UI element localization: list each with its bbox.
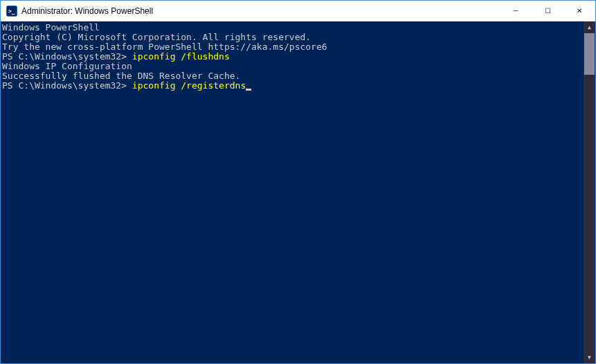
output-line: Copyright (C) Microsoft Corporation. All…	[2, 33, 595, 42]
scroll-up-arrow-icon[interactable]: ▲	[584, 21, 595, 33]
powershell-icon: >_	[6, 6, 17, 17]
terminal[interactable]: Windows PowerShell Copyright (C) Microso…	[1, 21, 595, 363]
prompt-line: PS C:\Windows\system32> ipconfig /flushd…	[2, 52, 595, 62]
close-button[interactable]: ✕	[563, 1, 595, 21]
output-line: Windows IP Configuration	[2, 62, 595, 71]
scroll-down-arrow-icon[interactable]: ▼	[584, 352, 595, 363]
powershell-window: >_ Administrator: Windows PowerShell ─ ☐…	[0, 0, 596, 364]
window-title: Administrator: Windows PowerShell	[21, 6, 500, 16]
prompt-line: PS C:\Windows\system32> ipconfig /regist…	[2, 81, 595, 91]
command-text: ipconfig /registerdns	[132, 80, 246, 91]
cursor	[246, 89, 251, 91]
titlebar[interactable]: >_ Administrator: Windows PowerShell ─ ☐…	[1, 1, 595, 21]
prompt-prefix: PS C:\Windows\system32>	[2, 51, 132, 62]
output-line: Successfully flushed the DNS Resolver Ca…	[2, 71, 595, 81]
output-line: Try the new cross-platform PowerShell ht…	[2, 42, 595, 52]
window-controls: ─ ☐ ✕	[500, 1, 595, 21]
scrollbar[interactable]: ▲ ▼	[584, 21, 595, 363]
scroll-thumb[interactable]	[584, 33, 595, 75]
maximize-button[interactable]: ☐	[532, 1, 563, 21]
output-line: Windows PowerShell	[2, 23, 595, 33]
prompt-prefix: PS C:\Windows\system32>	[2, 80, 132, 91]
command-text: ipconfig /flushdns	[132, 51, 230, 62]
svg-text:>_: >_	[8, 8, 15, 15]
minimize-button[interactable]: ─	[500, 1, 532, 21]
